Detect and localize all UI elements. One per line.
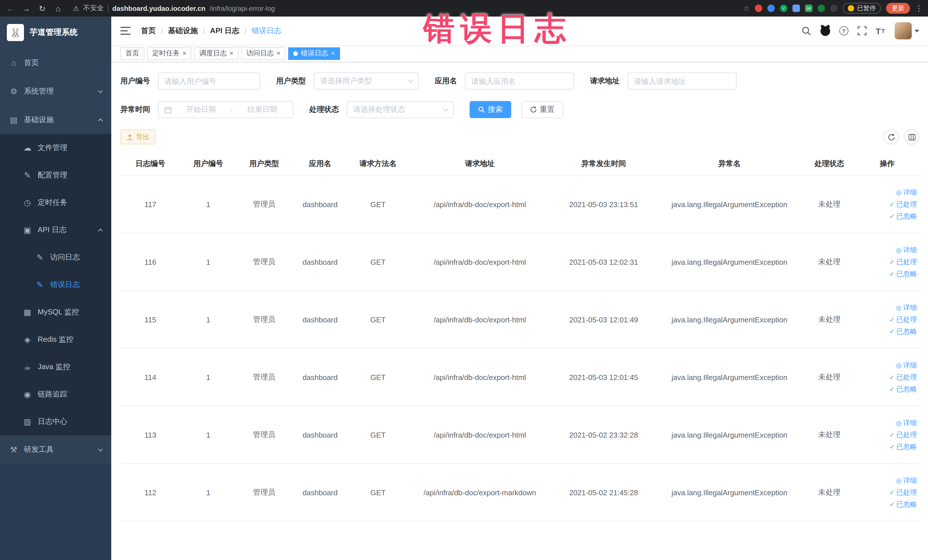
smiley-icon [848,5,854,11]
processed-link[interactable]: ✓已处理 [858,256,917,268]
detail-link[interactable]: ◎详细 [858,244,917,256]
sidebar-item-label: 文件管理 [38,143,67,153]
detail-link[interactable]: ◎详细 [858,475,917,487]
github-icon[interactable] [820,26,830,36]
sidebar-item-java-monitor[interactable]: ☕ Java 监控 [0,353,111,381]
sidebar-item-home[interactable]: ⌂ 首页 [0,49,111,77]
ignored-link[interactable]: ✓已忽略 [858,210,917,222]
hamburger-icon[interactable] [121,27,131,35]
detail-link[interactable]: ◎详细 [858,359,917,371]
processed-link[interactable]: ✓已处理 [858,487,917,498]
ignored-link[interactable]: ✓已忽略 [858,268,917,280]
table-row: 114 1 管理员 dashboard GET /api/infra/db-do… [121,348,919,406]
processed-link[interactable]: ✓已处理 [858,314,917,325]
sidebar-item-access-log[interactable]: ✎ 访问日志 [0,244,111,271]
reload-icon[interactable]: ↻ [38,4,47,13]
user-menu[interactable] [894,22,919,40]
close-icon[interactable]: × [277,50,281,56]
processed-link[interactable]: ✓已处理 [858,371,917,383]
extension-icon-3[interactable]: V [780,5,788,12]
search-icon[interactable] [801,26,811,36]
reset-button[interactable]: 重置 [522,101,563,118]
home-browser-icon[interactable]: ⌂ [53,4,63,13]
column-settings-button[interactable] [904,130,919,144]
app-name-input[interactable] [465,72,574,90]
sidebar-item-dev-tools[interactable]: ⚒ 研发工具 [0,435,111,464]
tab-access-log[interactable]: 访问日志 × [241,47,285,60]
url-path[interactable]: /infra/log/api-error-log [209,4,275,12]
app-logo[interactable]: 🐰 芋道管理系统 [0,17,111,49]
sidebar-item-infra[interactable]: ▤ 基础设施 [0,105,111,134]
address-bar[interactable]: ⚠ 不安全 dashboard.yudao.iocoder.cn/infra/l… [73,3,275,13]
sidebar-item-api-log[interactable]: ▣ API 日志 [0,216,111,244]
cell-user-type: 管理员 [236,233,292,291]
check-icon: ✓ [890,487,894,498]
extension-icon-1[interactable] [755,5,762,12]
help-icon[interactable]: ? [839,26,848,35]
detail-link[interactable]: ◎详细 [858,186,917,198]
security-label[interactable]: 不安全 [83,3,104,13]
browser-menu-icon[interactable]: ⋮ [915,4,923,12]
date-range-picker[interactable]: 开始日期 - 结束日期 [158,101,293,118]
ignored-link[interactable]: ✓已忽略 [858,383,917,395]
ignored-link[interactable]: ✓已忽略 [858,441,917,453]
breadcrumb-home[interactable]: 首页 [141,26,156,36]
bookmark-star-icon[interactable]: ☆ [743,4,750,12]
tab-home[interactable]: 首页 [121,47,144,60]
cell-method: GET [348,348,408,406]
forward-icon[interactable]: → [22,4,31,13]
sidebar-item-scheduled-jobs[interactable]: ◷ 定时任务 [0,189,111,216]
user-id-input[interactable] [158,72,260,90]
sidebar-item-error-log[interactable]: ✎ 错误日志 [0,271,111,298]
url-host[interactable]: dashboard.yudao.iocoder.cn [112,4,206,12]
breadcrumb-api-log[interactable]: API 日志 [210,26,240,36]
page-header: 首页 / 基础设施 / API 日志 / 错误日志 ? [111,17,928,45]
tab-label: 首页 [125,49,139,58]
sidebar-item-log-center[interactable]: ▥ 日志中心 [0,408,111,435]
sidebar-item-redis-monitor[interactable]: ◈ Redis 监控 [0,326,111,353]
paused-button[interactable]: 已暂停 [843,3,881,14]
cell-exception: java.lang.IllegalArgumentException [656,348,803,406]
cell-exception: java.lang.IllegalArgumentException [656,291,803,348]
extension-icon-4[interactable] [792,5,800,12]
processed-link[interactable]: ✓已处理 [858,429,917,441]
sidebar-item-config-manage[interactable]: ✎ 配置管理 [0,162,111,189]
breadcrumb-infra[interactable]: 基础设施 [168,26,198,36]
extension-icon-7[interactable] [830,5,838,12]
font-size-icon[interactable]: TT [876,26,885,36]
fullscreen-icon[interactable] [857,26,866,35]
request-url-input[interactable] [627,72,737,90]
sidebar-item-trace[interactable]: ◉ 链路追踪 [0,381,111,408]
search-button[interactable]: 搜索 [470,101,511,118]
close-icon[interactable]: × [183,50,186,56]
calendar-icon [164,106,172,113]
sidebar-item-label: Redis 监控 [38,334,73,345]
update-button[interactable]: 更新 [886,3,910,14]
process-status-select[interactable]: 请选择处理状态 [347,101,453,118]
extension-icon-2[interactable] [768,5,775,12]
detail-link[interactable]: ◎详细 [858,417,917,429]
tab-error-log[interactable]: 错误日志 × [288,47,340,60]
column-header: 日志编号 [121,153,180,175]
extension-badge[interactable]: on [805,5,812,12]
close-icon[interactable]: × [230,50,234,56]
close-icon[interactable]: × [331,50,335,56]
sidebar-item-mysql-monitor[interactable]: ▦ MySQL 监控 [0,298,111,326]
sidebar-item-file-manage[interactable]: ☁ 文件管理 [0,134,111,162]
detail-link[interactable]: ◎详细 [858,302,917,314]
user-type-select[interactable]: 请选择用户类型 [314,72,419,90]
tab-scheduled-jobs[interactable]: 定时任务 × [147,47,191,60]
breadcrumb-separator: / [161,26,163,35]
ignored-link[interactable]: ✓已忽略 [858,498,917,510]
export-button[interactable]: 导出 [121,130,156,144]
extension-icon-6[interactable] [818,5,825,12]
tab-schedule-log[interactable]: 调度日志 × [194,47,238,60]
ignored-link[interactable]: ✓已忽略 [858,325,917,337]
table-row: 112 1 管理员 dashboard GET /api/infra/db-do… [121,464,919,521]
back-icon[interactable]: ← [6,4,15,13]
cell-status: 未处理 [803,291,855,348]
refresh-table-button[interactable] [884,130,899,144]
sidebar-item-system[interactable]: ⚙ 系统管理 [0,77,111,105]
exception-time-label: 异常时间 [121,104,150,115]
processed-link[interactable]: ✓已处理 [858,198,917,210]
